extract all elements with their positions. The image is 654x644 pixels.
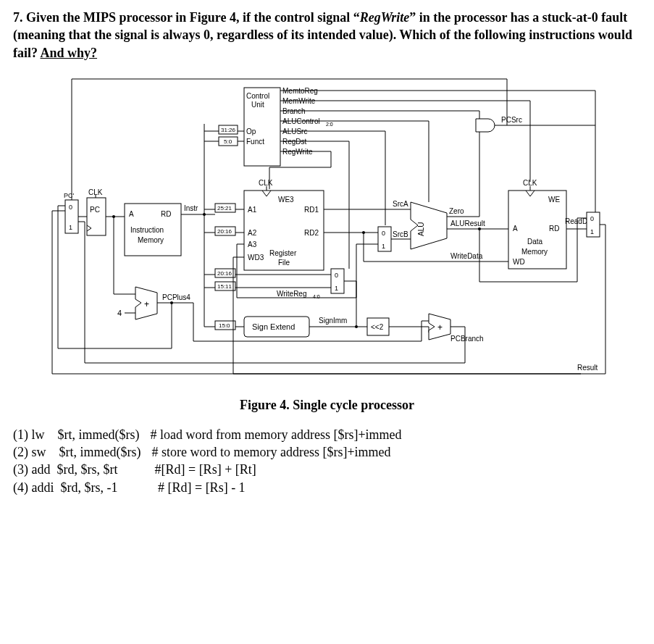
option-4-mnemonic: (4) addi — [13, 480, 54, 495]
option-1-mnemonic: (1) lw — [13, 427, 45, 442]
m2r-mux-0: 0 — [590, 215, 594, 222]
writereg-sub: 4:0 — [313, 294, 320, 299]
question-text: 7. Given the MIPS processor in Figure 4,… — [13, 9, 641, 62]
ctrl-name2: Unit — [251, 101, 264, 109]
svg-text:+: + — [144, 299, 149, 309]
option-3-args: $rd, $rs, $rt — [56, 462, 117, 477]
rf-we3: WE3 — [278, 196, 294, 204]
rf-name2: File — [278, 259, 290, 267]
mux-1: 1 — [69, 224, 72, 231]
zero-label: Zero — [449, 207, 464, 215]
writereg-label: WriteReg — [277, 290, 307, 298]
svg-point-21 — [478, 227, 481, 230]
regdst-mux-1: 1 — [335, 285, 338, 292]
dm-we: WE — [548, 196, 560, 204]
svg-point-16 — [355, 325, 358, 328]
svg-marker-19 — [411, 202, 447, 249]
option-1-comment: # load word from memory address [$rs]+im… — [150, 427, 401, 442]
pcplus4-label: PCPlus4 — [162, 293, 190, 301]
rf-name1: Register — [269, 249, 297, 257]
svg-point-2 — [112, 215, 115, 218]
bits-2016a: 20:16 — [217, 228, 232, 235]
ctrl-alucontrol-sub: 2:0 — [326, 122, 333, 127]
imem-name2: Memory — [138, 236, 164, 244]
option-3-comment: #[Rd] = [Rs] + [Rt] — [154, 462, 256, 477]
bits-150: 15:0 — [219, 322, 230, 329]
imem-A: A — [129, 210, 134, 218]
ctrl-op: Op — [246, 127, 256, 135]
shl2-label: <<2 — [371, 323, 384, 331]
aluresult-label: ALUResult — [450, 219, 485, 227]
question-signal: RegWrite — [360, 10, 410, 25]
alusrc-mux-0: 0 — [382, 230, 385, 237]
option-3-mnemonic: (3) add — [13, 462, 50, 477]
option-1: (1) lw $rt, immed($rs) # load word from … — [13, 426, 641, 443]
bits-1511: 15:11 — [217, 283, 232, 290]
imem-RD: RD — [161, 210, 171, 218]
pcsrc-label: PCSrc — [501, 116, 522, 124]
dm-wd: WD — [513, 258, 525, 266]
signimm-label: SignImm — [319, 317, 347, 325]
svg-text:+: + — [437, 322, 443, 333]
rf-a3: A3 — [248, 241, 257, 248]
figure-caption: Figure 4. Single cycle processor — [13, 398, 641, 413]
svg-point-4 — [203, 213, 206, 216]
srcb-label: SrcB — [393, 230, 408, 238]
svg-point-25 — [170, 301, 173, 304]
option-2-args: $rt, immed($rs) — [59, 445, 141, 459]
option-4-args: $rd, $rs, -1 — [60, 480, 117, 495]
bits-2016b: 20:16 — [217, 270, 232, 277]
dm-name2: Memory — [521, 248, 548, 256]
writedata-label: WriteData — [450, 252, 483, 260]
mux-0: 0 — [69, 204, 72, 211]
clk-rf: CLK — [259, 179, 273, 187]
instr-label: Instr — [184, 204, 198, 212]
rf-rd1: RD1 — [304, 206, 319, 214]
question-underline: And why? — [41, 46, 98, 60]
result-label: Result — [577, 364, 598, 372]
pcprime-label: PC' — [64, 192, 75, 199]
signext-label: Sign Extend — [252, 322, 295, 331]
question-prefix: 7. Given the MIPS processor in Figure 4,… — [13, 10, 360, 25]
svg-rect-1 — [87, 198, 106, 235]
srca-label: SrcA — [393, 200, 408, 208]
option-2: (2) sw $rt, immed($rs) # store word to m… — [13, 443, 641, 461]
option-1-args: $rt, immed($rs) — [58, 427, 140, 442]
alu-label: ALU — [417, 222, 425, 235]
answer-options: (1) lw $rt, immed($rs) # load word from … — [13, 426, 641, 496]
clk-dm: CLK — [523, 179, 537, 187]
svg-point-17 — [362, 231, 365, 234]
regdst-mux-0: 0 — [335, 272, 338, 279]
m2r-mux-1: 1 — [590, 228, 594, 235]
pc-label: PC — [90, 206, 100, 214]
bits-2521: 25:21 — [217, 205, 232, 212]
imem-name1: Instruction — [130, 226, 164, 234]
option-3: (3) add $rd, $rs, $rt #[Rd] = [Rs] + [Rt… — [13, 461, 641, 478]
dm-rd: RD — [549, 225, 559, 233]
option-4: (4) addi $rd, $rs, -1 # [Rd] = [Rs] - 1 — [13, 479, 641, 496]
pcbranch-label: PCBranch — [450, 335, 484, 343]
option-2-mnemonic: (2) sw — [13, 445, 46, 459]
four-label: 4 — [117, 309, 122, 317]
bits-3126: 31:26 — [221, 127, 236, 133]
dm-a: A — [513, 225, 518, 233]
figure-4-diagram: 0 1 PC' PC CLK A RD Instruction Memory I… — [45, 73, 610, 392]
rf-rd2: RD2 — [304, 229, 319, 237]
bits-50: 5:0 — [224, 138, 232, 145]
option-2-comment: # store word to memory address [$rs]+imm… — [151, 445, 390, 459]
dm-name1: Data — [527, 238, 543, 246]
ctrl-name1: Control — [246, 92, 269, 100]
ctrl-funct: Funct — [246, 138, 264, 146]
option-4-comment: # [Rd] = [Rs] - 1 — [158, 480, 246, 495]
rf-wd3: WD3 — [248, 254, 264, 262]
alusrc-mux-1: 1 — [382, 243, 385, 250]
rf-a1: A1 — [248, 206, 257, 214]
rf-a2: A2 — [248, 229, 257, 237]
